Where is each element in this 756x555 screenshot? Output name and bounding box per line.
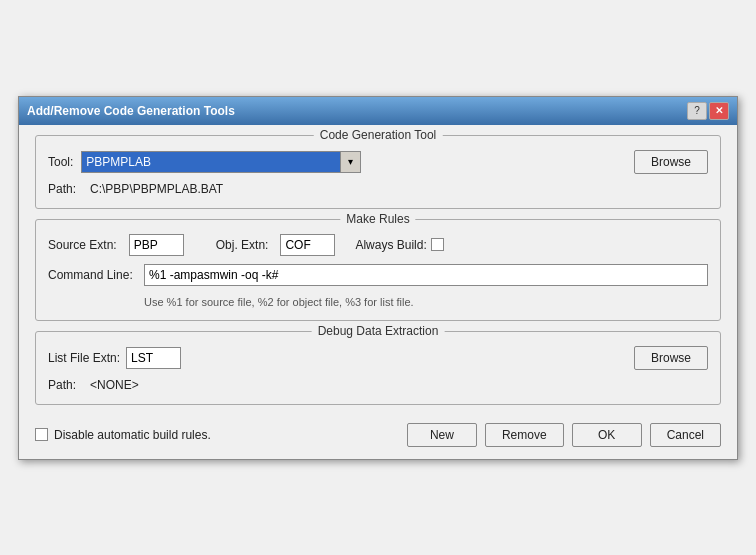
debug-path-row: Path: <NONE>: [48, 378, 708, 392]
path-value: C:\PBP\PBPMPLAB.BAT: [90, 182, 223, 196]
make-rules-grid: Source Extn: Obj. Extn: Always Build: Co…: [48, 234, 708, 308]
debug-path-value: <NONE>: [90, 378, 139, 392]
source-extn-input[interactable]: [129, 234, 184, 256]
tool-left: Tool: ▾: [48, 151, 634, 173]
debug-data-group: Debug Data Extraction List File Extn: Br…: [35, 331, 721, 405]
code-gen-tool-group: Code Generation Tool Tool: ▾ Browse Path…: [35, 135, 721, 209]
command-line-row: Command Line:: [48, 264, 708, 286]
code-gen-tool-legend: Code Generation Tool: [314, 128, 443, 142]
debug-path-label: Path:: [48, 378, 76, 392]
title-bar: Add/Remove Code Generation Tools ? ✕: [19, 97, 737, 125]
path-label: Path:: [48, 182, 76, 196]
make-rules-group: Make Rules Source Extn: Obj. Extn: Alway…: [35, 219, 721, 321]
browse-button-tool[interactable]: Browse: [634, 150, 708, 174]
debug-data-legend: Debug Data Extraction: [312, 324, 445, 338]
tool-label: Tool:: [48, 155, 73, 169]
source-extn-label: Source Extn:: [48, 238, 117, 252]
debug-left: List File Extn:: [48, 347, 181, 369]
footer-buttons: New Remove OK Cancel: [407, 423, 721, 447]
disable-auto-build-checkbox[interactable]: [35, 428, 48, 441]
dialog: Add/Remove Code Generation Tools ? ✕ Cod…: [18, 96, 738, 460]
title-bar-buttons: ? ✕: [687, 102, 729, 120]
make-rules-row1: Source Extn: Obj. Extn: Always Build:: [48, 234, 708, 256]
always-build-group: Always Build:: [355, 238, 443, 252]
ok-button[interactable]: OK: [572, 423, 642, 447]
disable-auto-build-label: Disable automatic build rules.: [54, 428, 211, 442]
always-build-label: Always Build:: [355, 238, 426, 252]
browse-button-debug[interactable]: Browse: [634, 346, 708, 370]
footer-left: Disable automatic build rules.: [35, 428, 211, 442]
path-row: Path: C:\PBP\PBPMPLAB.BAT: [48, 182, 708, 196]
remove-button[interactable]: Remove: [485, 423, 564, 447]
list-file-extn-label: List File Extn:: [48, 351, 120, 365]
command-line-hint: Use %1 for source file, %2 for object fi…: [144, 296, 708, 308]
dialog-title: Add/Remove Code Generation Tools: [27, 104, 235, 118]
command-line-input[interactable]: [144, 264, 708, 286]
tool-row: Tool: ▾ Browse: [48, 150, 708, 174]
cancel-button[interactable]: Cancel: [650, 423, 721, 447]
obj-extn-label: Obj. Extn:: [216, 238, 269, 252]
close-button[interactable]: ✕: [709, 102, 729, 120]
debug-row1: List File Extn: Browse: [48, 346, 708, 370]
footer: Disable automatic build rules. New Remov…: [19, 415, 737, 459]
help-button[interactable]: ?: [687, 102, 707, 120]
tool-dropdown: ▾: [81, 151, 361, 173]
dropdown-arrow-icon[interactable]: ▾: [341, 151, 361, 173]
always-build-checkbox[interactable]: [431, 238, 444, 251]
tool-input[interactable]: [81, 151, 341, 173]
dialog-content: Code Generation Tool Tool: ▾ Browse Path…: [19, 125, 737, 415]
command-line-label: Command Line:: [48, 268, 138, 282]
list-file-extn-input[interactable]: [126, 347, 181, 369]
new-button[interactable]: New: [407, 423, 477, 447]
make-rules-legend: Make Rules: [340, 212, 415, 226]
obj-extn-input[interactable]: [280, 234, 335, 256]
